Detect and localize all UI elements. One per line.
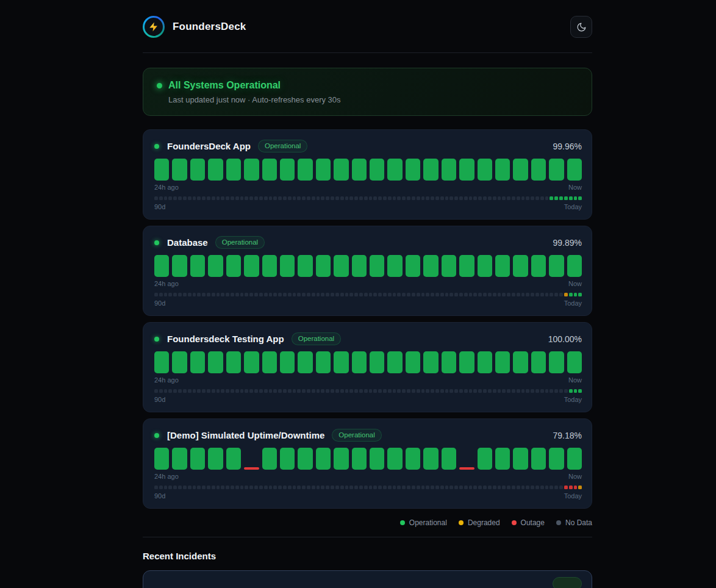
uptime-90d-segment-nodata[interactable]: [493, 486, 496, 489]
uptime-24h-segment-up[interactable]: [387, 351, 402, 373]
uptime-90d-segment-nodata[interactable]: [321, 196, 324, 200]
uptime-90d-segment-nodata[interactable]: [402, 486, 406, 489]
uptime-90d-segment-nodata[interactable]: [512, 196, 515, 200]
uptime-24h-segment-up[interactable]: [459, 255, 474, 277]
uptime-90d-segment-nodata[interactable]: [545, 389, 549, 393]
uptime-24h-segment-down[interactable]: [244, 467, 259, 470]
uptime-24h-segment-up[interactable]: [334, 255, 348, 277]
uptime-90d-segment-nodata[interactable]: [397, 486, 401, 489]
uptime-90d-segment-nodata[interactable]: [307, 486, 310, 489]
uptime-90d-segment-nodata[interactable]: [293, 196, 296, 200]
uptime-24h-segment-up[interactable]: [478, 351, 492, 373]
uptime-90d-segment-nodata[interactable]: [421, 196, 425, 200]
uptime-90d-segment-nodata[interactable]: [245, 486, 248, 489]
uptime-90d-segment-nodata[interactable]: [550, 293, 553, 296]
uptime-90d-segment-nodata[interactable]: [312, 389, 315, 393]
uptime-90d-segment-nodata[interactable]: [240, 293, 244, 296]
uptime-90d-segment-nodata[interactable]: [507, 486, 510, 489]
uptime-90d-segment-nodata[interactable]: [507, 196, 510, 200]
uptime-24h-segment-up[interactable]: [352, 159, 367, 181]
uptime-90d-segment-nodata[interactable]: [502, 293, 506, 296]
uptime-90d-segment-nodata[interactable]: [488, 389, 492, 393]
uptime-90d-segment-nodata[interactable]: [440, 293, 444, 296]
uptime-90d-segment-nodata[interactable]: [412, 486, 415, 489]
uptime-90d-segment-nodata[interactable]: [383, 486, 387, 489]
uptime-90d-segment-nodata[interactable]: [302, 486, 306, 489]
uptime-90d-segment-nodata[interactable]: [240, 389, 244, 393]
uptime-90d-segment-nodata[interactable]: [359, 389, 363, 393]
uptime-90d-segment-nodata[interactable]: [435, 389, 439, 393]
uptime-90d-segment-nodata[interactable]: [340, 293, 344, 296]
uptime-90d-segment-nodata[interactable]: [254, 389, 258, 393]
uptime-90d-segment-outage[interactable]: [574, 486, 578, 489]
uptime-24h-segment-up[interactable]: [423, 448, 438, 470]
uptime-90d-segment-nodata[interactable]: [235, 486, 239, 489]
uptime-90d-segment-nodata[interactable]: [197, 389, 201, 393]
uptime-90d-segment-nodata[interactable]: [402, 389, 406, 393]
uptime-90d-segment-nodata[interactable]: [331, 389, 334, 393]
uptime-90d-segment-nodata[interactable]: [445, 389, 449, 393]
uptime-90d-segment-nodata[interactable]: [498, 486, 501, 489]
uptime-90d-segment-nodata[interactable]: [259, 389, 263, 393]
uptime-90d-segment-nodata[interactable]: [173, 486, 177, 489]
uptime-90d-segment-nodata[interactable]: [393, 486, 396, 489]
uptime-24h-segment-up[interactable]: [190, 351, 205, 373]
uptime-24h-segment-up[interactable]: [280, 351, 295, 373]
uptime-90d-segment-nodata[interactable]: [345, 293, 349, 296]
uptime-90d-segment-nodata[interactable]: [383, 196, 387, 200]
uptime-24h-segment-up[interactable]: [352, 448, 367, 470]
uptime-90d-segment-nodata[interactable]: [188, 196, 192, 200]
uptime-90d-segment-nodata[interactable]: [421, 389, 425, 393]
uptime-90d-segment-nodata[interactable]: [297, 389, 301, 393]
uptime-90d-segment-up[interactable]: [578, 389, 582, 393]
uptime-90d-segment-nodata[interactable]: [373, 196, 377, 200]
uptime-90d-segment-nodata[interactable]: [302, 196, 306, 200]
uptime-90d-segment-nodata[interactable]: [454, 293, 458, 296]
uptime-90d-segment-nodata[interactable]: [540, 486, 544, 489]
uptime-90d-segment-nodata[interactable]: [193, 486, 196, 489]
uptime-90d-segment-nodata[interactable]: [459, 389, 463, 393]
uptime-90d-segment-nodata[interactable]: [231, 196, 234, 200]
uptime-24h-segment-up[interactable]: [334, 448, 348, 470]
uptime-90d-segment-nodata[interactable]: [526, 389, 529, 393]
uptime-24h-segment-up[interactable]: [262, 159, 277, 181]
uptime-90d-segment-nodata[interactable]: [335, 196, 339, 200]
uptime-90d-segment-nodata[interactable]: [326, 196, 329, 200]
uptime-24h-segment-up[interactable]: [298, 255, 312, 277]
uptime-24h-segment-up[interactable]: [262, 448, 277, 470]
uptime-24h-segment-up[interactable]: [567, 448, 582, 470]
uptime-90d-segment-nodata[interactable]: [502, 196, 506, 200]
uptime-90d-segment-up[interactable]: [574, 196, 578, 200]
uptime-90d-segment-nodata[interactable]: [526, 196, 529, 200]
uptime-90d-segment-nodata[interactable]: [154, 293, 158, 296]
uptime-24h-segment-up[interactable]: [190, 159, 205, 181]
uptime-90d-segment-nodata[interactable]: [212, 293, 215, 296]
uptime-90d-segment-nodata[interactable]: [397, 389, 401, 393]
uptime-90d-segment-nodata[interactable]: [388, 486, 392, 489]
uptime-90d-segment-nodata[interactable]: [231, 389, 234, 393]
uptime-90d-segment-nodata[interactable]: [302, 293, 306, 296]
uptime-90d-segment-outage[interactable]: [569, 486, 573, 489]
uptime-90d-segment-nodata[interactable]: [426, 196, 429, 200]
uptime-90d-segment-nodata[interactable]: [445, 486, 449, 489]
uptime-90d-segment-nodata[interactable]: [335, 293, 339, 296]
uptime-90d-segment-nodata[interactable]: [407, 293, 410, 296]
uptime-90d-segment-up[interactable]: [574, 389, 578, 393]
uptime-90d-segment-nodata[interactable]: [364, 389, 368, 393]
uptime-90d-segment-nodata[interactable]: [521, 389, 525, 393]
uptime-24h-segment-up[interactable]: [226, 351, 241, 373]
uptime-90d-segment-nodata[interactable]: [554, 293, 558, 296]
uptime-90d-segment-nodata[interactable]: [531, 486, 534, 489]
uptime-90d-segment-nodata[interactable]: [531, 389, 534, 393]
uptime-24h-segment-up[interactable]: [387, 159, 402, 181]
uptime-90d-segment-nodata[interactable]: [559, 389, 563, 393]
uptime-90d-segment-nodata[interactable]: [517, 486, 520, 489]
uptime-90d-segment-nodata[interactable]: [249, 486, 253, 489]
uptime-24h-bar[interactable]: [154, 159, 582, 181]
uptime-24h-segment-up[interactable]: [370, 448, 384, 470]
uptime-24h-segment-up[interactable]: [442, 159, 456, 181]
uptime-90d-segment-nodata[interactable]: [221, 486, 224, 489]
uptime-90d-bar[interactable]: [154, 486, 582, 489]
uptime-90d-segment-nodata[interactable]: [483, 196, 487, 200]
uptime-90d-segment-nodata[interactable]: [207, 486, 210, 489]
